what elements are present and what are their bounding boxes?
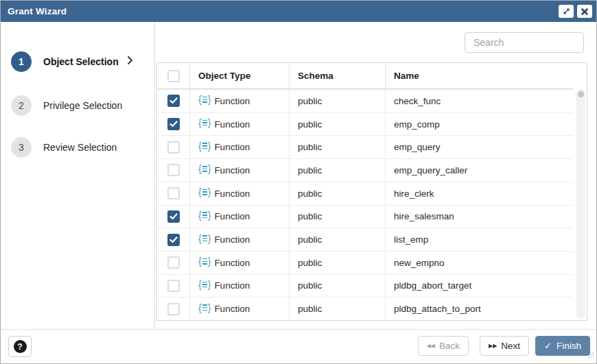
- object-type-cell: Function: [214, 304, 250, 314]
- table-row[interactable]: {} Function public emp_query_caller: [157, 158, 573, 182]
- object-type-cell: Function: [214, 280, 250, 291]
- name-cell: pldbg_abort_target: [386, 275, 573, 298]
- name-cell: new_empno: [386, 252, 573, 274]
- name-cell: list_emp: [386, 228, 573, 251]
- maximize-button[interactable]: [559, 5, 574, 18]
- wizard-step-privilege-selection[interactable]: 2 Privilege Selection: [11, 95, 122, 116]
- chevron-right-icon: [127, 56, 133, 68]
- object-type-cell: Function: [214, 234, 250, 245]
- row-checkbox[interactable]: [167, 210, 180, 223]
- steps-panel: 1 Object Selection 2 Privilege Selection…: [1, 22, 155, 329]
- row-checkbox[interactable]: [167, 280, 180, 292]
- next-button-label: Next: [501, 341, 520, 351]
- row-checkbox[interactable]: [167, 118, 180, 130]
- help-icon: ?: [14, 340, 27, 353]
- wizard-step-review-selection[interactable]: 3 Review Selection: [11, 137, 117, 158]
- column-header-name: Name: [386, 63, 573, 88]
- function-icon: {}: [198, 187, 211, 197]
- schema-cell: public: [290, 136, 386, 158]
- table-header-row: Object Type Schema Name: [157, 63, 573, 89]
- table-scrollbar-thumb[interactable]: [578, 91, 584, 97]
- table-row[interactable]: {} Function public new_empno: [157, 251, 573, 274]
- finish-button[interactable]: ✓ Finish: [535, 336, 590, 356]
- row-checkbox[interactable]: [167, 95, 180, 107]
- name-cell: hire_clerk: [386, 182, 573, 205]
- step-number: 3: [11, 137, 32, 158]
- footer: ? ◀◀ Back ▶▶ Next ✓ Finish: [1, 329, 596, 363]
- name-cell: emp_comp: [386, 113, 573, 136]
- table-row[interactable]: {} Function public hire_clerk: [157, 182, 573, 205]
- step-label: Privilege Selection: [43, 100, 122, 111]
- function-icon: {}: [198, 141, 211, 151]
- function-icon: {}: [198, 164, 211, 173]
- table-row[interactable]: {} Function public emp_comp: [157, 112, 573, 136]
- table-row[interactable]: {} Function public emp_query: [157, 135, 573, 158]
- object-type-cell: Function: [214, 189, 250, 199]
- function-icon: {}: [198, 234, 211, 243]
- next-button[interactable]: ▶▶ Next: [480, 336, 529, 356]
- schema-cell: public: [290, 228, 386, 251]
- column-header-schema: Schema: [290, 63, 386, 88]
- table-row[interactable]: {} Function public check_func: [157, 89, 573, 112]
- double-left-arrow-icon: ◀◀: [427, 343, 435, 349]
- object-type-cell: Function: [214, 165, 250, 175]
- row-checkbox[interactable]: [167, 141, 180, 154]
- back-button-label: Back: [439, 341, 460, 351]
- name-cell: check_func: [386, 90, 573, 112]
- schema-cell: public: [290, 275, 386, 298]
- resize-grip[interactable]: [587, 349, 594, 361]
- maximize-icon: [563, 8, 570, 15]
- objects-table: Object Type Schema Name {} Function publ…: [156, 62, 587, 321]
- table-row[interactable]: {} Function public pldbg_abort_target: [157, 274, 573, 298]
- object-type-cell: Function: [214, 119, 250, 130]
- table-scrollbar-track[interactable]: [576, 89, 585, 319]
- titlebar: Grant Wizard: [1, 1, 596, 22]
- row-checkbox[interactable]: [167, 164, 180, 176]
- double-right-arrow-icon: ▶▶: [489, 343, 497, 349]
- schema-cell: public: [290, 182, 386, 205]
- schema-cell: public: [290, 252, 386, 274]
- help-button[interactable]: ?: [8, 336, 32, 357]
- grant-wizard-dialog: Grant Wizard 1 Object Selection: [0, 0, 597, 364]
- row-checkbox[interactable]: [167, 187, 180, 199]
- row-checkbox[interactable]: [167, 256, 180, 269]
- step-label: Object Selection: [43, 56, 119, 67]
- back-button[interactable]: ◀◀ Back: [418, 336, 469, 356]
- step-number: 1: [11, 51, 32, 72]
- function-icon: {}: [198, 256, 211, 266]
- name-cell: pldbg_attach_to_port: [386, 298, 573, 320]
- schema-cell: public: [290, 159, 386, 182]
- object-type-cell: Function: [214, 142, 250, 152]
- select-all-checkbox[interactable]: [167, 70, 180, 82]
- dialog-title: Grant Wizard: [8, 6, 555, 16]
- name-cell: emp_query_caller: [386, 159, 573, 182]
- step-label: Review Selection: [43, 142, 117, 153]
- function-icon: {}: [198, 210, 211, 220]
- function-icon: {}: [198, 280, 211, 289]
- function-icon: {}: [198, 118, 211, 128]
- schema-cell: public: [290, 113, 386, 136]
- search-input[interactable]: [465, 32, 584, 53]
- schema-cell: public: [290, 90, 386, 112]
- row-checkbox[interactable]: [167, 234, 180, 246]
- close-icon: [581, 8, 588, 15]
- finish-button-label: Finish: [557, 341, 581, 351]
- schema-cell: public: [290, 298, 386, 320]
- table-row[interactable]: {} Function public hire_salesman: [157, 205, 573, 228]
- table-row[interactable]: {} Function public list_emp: [157, 228, 573, 251]
- function-icon: {}: [198, 95, 211, 104]
- row-checkbox[interactable]: [167, 303, 180, 315]
- step-number: 2: [11, 95, 32, 116]
- object-type-cell: Function: [214, 258, 250, 268]
- function-icon: {}: [198, 303, 211, 313]
- name-cell: emp_query: [386, 136, 573, 158]
- table-row[interactable]: {} Function public pldbg_attach_to_port: [157, 297, 573, 320]
- object-type-cell: Function: [214, 96, 250, 106]
- object-type-cell: Function: [214, 211, 250, 221]
- checkmark-icon: ✓: [544, 341, 552, 351]
- name-cell: hire_salesman: [386, 206, 573, 228]
- close-button[interactable]: [577, 5, 592, 18]
- wizard-step-object-selection[interactable]: 1 Object Selection: [11, 51, 133, 72]
- schema-cell: public: [290, 206, 386, 228]
- column-header-object-type: Object Type: [190, 63, 290, 88]
